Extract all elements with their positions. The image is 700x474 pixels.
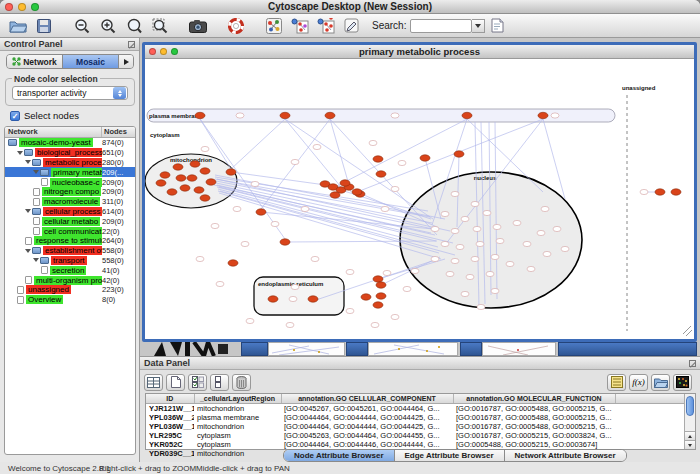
tab-network[interactable]: Network bbox=[7, 55, 63, 68]
search-input[interactable] bbox=[410, 19, 472, 33]
layout-b-icon[interactable] bbox=[314, 16, 338, 36]
gene-node[interactable] bbox=[461, 291, 469, 296]
network-tree-row[interactable]: multi-organism pro42(0) bbox=[5, 275, 135, 285]
table-cell[interactable] bbox=[615, 413, 685, 422]
selected-gene-node[interactable] bbox=[280, 112, 290, 118]
table-cell[interactable]: [GO:0045267, GO:0045261, GO:0044464, G..… bbox=[281, 403, 453, 413]
gene-node[interactable] bbox=[369, 140, 377, 145]
tab-network-attribute-browser[interactable]: Network Attribute Browser bbox=[505, 450, 626, 461]
table-cell[interactable]: YPL036W__2 bbox=[146, 413, 194, 422]
create-attribute-icon[interactable] bbox=[166, 374, 185, 391]
function-builder-icon[interactable]: f(x) bbox=[629, 374, 648, 391]
attribute-matrix-icon[interactable] bbox=[673, 374, 692, 391]
unselect-all-attributes-icon[interactable] bbox=[210, 374, 229, 391]
tree-row-label[interactable]: establishment of lo bbox=[43, 246, 102, 255]
zoom-in-icon[interactable] bbox=[96, 16, 120, 36]
tree-row-label[interactable]: primary metabo bbox=[51, 168, 102, 177]
grow-handle-icon[interactable] bbox=[683, 326, 692, 336]
network-tree-row[interactable]: secretion41(0) bbox=[5, 265, 135, 275]
table-cell[interactable] bbox=[615, 422, 685, 431]
selected-gene-node[interactable] bbox=[361, 294, 371, 300]
selected-gene-node[interactable] bbox=[200, 195, 210, 201]
gene-node[interactable] bbox=[391, 186, 399, 191]
gene-node[interactable] bbox=[311, 256, 319, 261]
table-column-header[interactable]: ID bbox=[146, 394, 194, 403]
gene-node[interactable] bbox=[431, 256, 439, 261]
selected-gene-node[interactable] bbox=[352, 189, 362, 195]
tree-row-label[interactable]: nucleobase-c bbox=[50, 178, 102, 187]
gene-node[interactable] bbox=[491, 288, 499, 293]
table-cell[interactable] bbox=[615, 440, 685, 449]
selected-gene-node[interactable] bbox=[228, 260, 238, 266]
layout-a-icon[interactable] bbox=[288, 16, 312, 36]
select-all-attributes-icon[interactable] bbox=[188, 374, 207, 391]
selected-gene-node[interactable] bbox=[420, 155, 430, 161]
network-tree-row[interactable]: response to stimulu264(0) bbox=[5, 236, 135, 246]
network-tree-row[interactable]: metabolic process280(0) bbox=[5, 158, 135, 168]
selected-gene-node[interactable] bbox=[376, 282, 386, 288]
gene-node[interactable] bbox=[271, 221, 279, 226]
table-cell[interactable]: [GO:0044464, GO:0044446, GO:0044444, G..… bbox=[281, 440, 453, 449]
selected-gene-node[interactable] bbox=[226, 169, 236, 175]
table-cell[interactable]: [GO:0044464, GO:0044444, GO:0044425, G..… bbox=[281, 422, 453, 431]
gene-node[interactable] bbox=[537, 230, 545, 235]
gene-node[interactable] bbox=[446, 271, 454, 276]
table-cell[interactable]: cytoplasm bbox=[194, 440, 281, 449]
snapshot-camera-icon[interactable] bbox=[186, 16, 210, 36]
disclosure-triangle-icon[interactable] bbox=[25, 209, 31, 213]
table-scrollbar[interactable] bbox=[684, 394, 695, 449]
gene-node[interactable] bbox=[486, 271, 494, 276]
gene-node[interactable] bbox=[241, 241, 249, 246]
selected-gene-node[interactable] bbox=[206, 179, 216, 185]
tree-column-network[interactable]: Network bbox=[5, 127, 102, 137]
gene-node[interactable] bbox=[196, 256, 204, 261]
selected-gene-node[interactable] bbox=[180, 185, 190, 191]
background-window-thumbnail[interactable] bbox=[368, 342, 458, 356]
selected-gene-node[interactable] bbox=[376, 293, 386, 299]
gene-node[interactable] bbox=[291, 284, 299, 289]
gene-node[interactable] bbox=[398, 160, 406, 165]
tab-overflow-arrow[interactable] bbox=[119, 55, 133, 68]
zoom-fit-icon[interactable] bbox=[148, 16, 172, 36]
tab-edge-attribute-browser[interactable]: Edge Attribute Browser bbox=[395, 450, 505, 461]
tree-row-label[interactable]: secretion bbox=[50, 266, 86, 275]
table-cell[interactable]: [GO:0016787, GO:0005488, GO:0005215, G..… bbox=[453, 403, 615, 413]
float-panel-icon[interactable] bbox=[128, 41, 135, 48]
gene-node[interactable] bbox=[301, 206, 309, 211]
gene-node[interactable] bbox=[441, 211, 449, 216]
tree-row-label[interactable]: macromolecule bbox=[42, 197, 100, 206]
selected-gene-node[interactable] bbox=[194, 187, 204, 193]
tree-row-label[interactable]: mosaic-demo-yeast bbox=[19, 138, 93, 147]
selected-gene-node[interactable] bbox=[160, 172, 170, 178]
gene-node[interactable] bbox=[466, 274, 474, 279]
background-window-thumbnail[interactable] bbox=[482, 342, 556, 356]
tree-column-nodes[interactable]: Nodes bbox=[102, 127, 135, 137]
table-cell[interactable]: YDR039C__1 bbox=[146, 449, 194, 458]
table-cell[interactable]: [GO:0005488, GO:0005215, GO:0003674] bbox=[453, 440, 615, 449]
selected-gene-node[interactable] bbox=[200, 168, 210, 174]
table-cell[interactable]: [GO:0016787, GO:0005215, GO:0003824, G..… bbox=[453, 431, 615, 440]
gene-node[interactable] bbox=[527, 266, 535, 271]
gene-node[interactable] bbox=[451, 258, 459, 263]
tree-row-label[interactable]: nitrogen compo bbox=[42, 187, 101, 196]
table-row[interactable]: YKR052Ccytoplasm[GO:0044464, GO:0044446,… bbox=[146, 440, 685, 449]
table-cell[interactable]: YPL036W__1 bbox=[146, 422, 194, 431]
network-tree-row[interactable]: biological_process651(0) bbox=[5, 148, 135, 158]
gene-node[interactable] bbox=[476, 241, 484, 246]
scroll-down-icon[interactable] bbox=[685, 440, 695, 449]
save-icon[interactable] bbox=[32, 16, 56, 36]
region-unassigned[interactable]: unassigned bbox=[622, 85, 656, 331]
network-tree-row[interactable]: macromolecule311(0) bbox=[5, 197, 135, 207]
gene-node[interactable] bbox=[403, 286, 411, 291]
gene-node[interactable] bbox=[346, 269, 354, 274]
table-cell[interactable] bbox=[615, 431, 685, 440]
attribute-list-icon[interactable] bbox=[607, 374, 626, 391]
attribute-table[interactable]: ID_cellularLayoutRegionannotation.GO CEL… bbox=[145, 393, 696, 450]
table-row[interactable]: YPL036W__1mitochondrion[GO:0044464, GO:0… bbox=[146, 422, 685, 431]
search-dropdown-arrow[interactable] bbox=[472, 19, 485, 33]
gene-node[interactable] bbox=[251, 181, 259, 186]
selected-gene-node[interactable] bbox=[187, 175, 197, 181]
selected-gene-node[interactable] bbox=[373, 156, 383, 162]
gene-node[interactable] bbox=[431, 226, 439, 231]
network-tree-row[interactable]: transport558(0) bbox=[5, 256, 135, 266]
